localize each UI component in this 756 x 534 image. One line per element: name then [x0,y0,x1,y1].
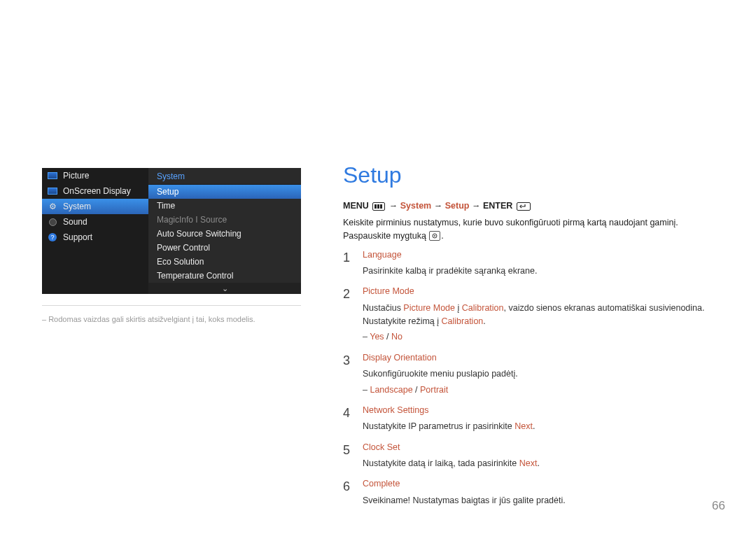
text: į [455,303,462,313]
osd-right-item[interactable]: MagicInfo I Source [148,213,301,227]
intro-text: Keiskite pirminius nustatymus, kurie buv… [343,216,721,243]
text: Nustatykite datą ir laiką, tada pasirink… [363,458,519,468]
intro-c: . [441,231,443,241]
step-line: Sukonfigūruokite meniu puslapio padėtį. [363,367,721,381]
svg-rect-3 [380,204,382,209]
breadcrumb-enter: ENTER [483,201,512,211]
step-title: Network Settings [363,404,721,417]
page-title: Setup [343,162,721,188]
sound-icon [48,217,57,227]
text: / [413,385,420,395]
step-title: Clock Set [363,441,721,454]
osd-left-item[interactable]: Picture [42,168,148,183]
picture-icon [48,171,57,181]
highlight-term: Calibration [462,303,504,313]
page: PictureOnScreen Display⚙SystemSound?Supp… [0,0,756,534]
highlight-term: No [391,332,402,342]
highlight-term: Calibration [442,316,484,326]
gear-icon: ⚙ [48,202,57,211]
help-icon: ? [48,232,57,242]
highlight-term: Portrait [420,385,448,395]
highlight-term: Next [514,421,533,431]
osd-menu: PictureOnScreen Display⚙SystemSound?Supp… [42,168,301,294]
svg-rect-1 [374,204,377,209]
osd-left-item[interactable]: ⚙System [42,199,148,214]
divider [42,305,301,306]
step-item: CompleteSveikiname! Nustatymas baigtas i… [343,477,721,507]
breadcrumb-setup: Setup [445,201,470,211]
step-title: Complete [363,477,721,491]
step-line: Nustačius Picture Mode į Calibration, va… [363,302,721,329]
step-item: LanguagePasirinkite kalbą ir pradėkite s… [343,248,721,279]
step-title: Language [363,248,721,262]
text: Nustačius [363,303,403,313]
osd-right-panel: System SetupTimeMagicInfo I SourceAuto S… [148,168,301,294]
enter-key-icon [515,202,532,211]
step-title: Display Orientation [363,351,721,365]
svg-point-6 [434,235,435,237]
breadcrumb-system: System [400,201,431,211]
text: . [483,316,485,326]
osd-left-label: Picture [63,171,89,181]
menu-key-icon [371,202,386,211]
step-sub-line: Yes / No [363,330,721,344]
osd-right-item[interactable]: Eco Solution [148,255,301,269]
osd-right-item[interactable]: Time [148,199,301,213]
svg-rect-2 [377,204,379,209]
step-line: Pasirinkite kalbą ir pradėkite sąranką e… [363,265,721,278]
osd-left-label: System [63,202,91,211]
intro-b: mygtuką [393,231,426,241]
osd-left-item[interactable]: Sound [42,214,148,230]
osd-left-panel: PictureOnScreen Display⚙SystemSound?Supp… [42,168,148,294]
highlight-term: Next [519,458,538,468]
arrow-icon: → [434,201,443,211]
osd-right-item[interactable]: Setup [148,185,301,199]
picture-icon [48,186,57,196]
osd-right-title: System [148,168,301,185]
step-title: Picture Mode [363,285,721,298]
step-sub-line: Landscape / Portrait [363,384,721,397]
highlight-term: Landscape [370,385,412,395]
step-item: Network SettingsNustatykite IP parametru… [343,404,721,434]
osd-left-label: Support [63,232,92,242]
highlight-term: Yes [370,332,384,342]
text: Nustatykite IP parametrus ir pasirinkite [363,421,514,431]
step-item: Clock SetNustatykite datą ir laiką, tada… [343,441,721,471]
step-item: Display OrientationSukonfigūruokite meni… [343,351,721,397]
step-line: Nustatykite IP parametrus ir pasirinkite… [363,420,721,433]
osd-left-label: OnScreen Display [63,186,131,196]
breadcrumb-menu: MENU [343,201,369,211]
content-column: Setup MENU → System → Setup → ENTER Keis… [343,162,721,514]
osd-footnote: – Rodomas vaizdas gali skirtis atsižvelg… [42,315,308,323]
osd-right-item[interactable]: Auto Source Switching [148,227,301,241]
osd-right-item[interactable]: Power Control [148,241,301,255]
arrow-icon: → [389,201,398,211]
text: . [533,421,535,431]
highlight-term: Picture Mode [403,303,455,313]
breadcrumb: MENU → System → Setup → ENTER [343,201,721,211]
osd-right-item[interactable]: Temperature Control [148,269,301,283]
keycap-icon [429,231,440,241]
text: . [537,458,539,468]
step-line: Sveikiname! Nustatymas baigtas ir jūs ga… [363,494,721,507]
step-line: Nustatykite datą ir laiką, tada pasirink… [363,457,721,470]
osd-left-item[interactable]: ?Support [42,230,148,245]
step-item: Picture ModeNustačius Picture Mode į Cal… [343,285,721,344]
osd-left-label: Sound [63,217,88,227]
osd-left-item[interactable]: OnScreen Display [42,183,148,199]
chevron-down-icon: ⌄ [148,283,301,294]
arrow-icon: → [472,201,481,211]
steps-list: LanguagePasirinkite kalbą ir pradėkite s… [343,248,721,508]
page-number: 66 [712,499,725,513]
text: / [384,332,391,342]
